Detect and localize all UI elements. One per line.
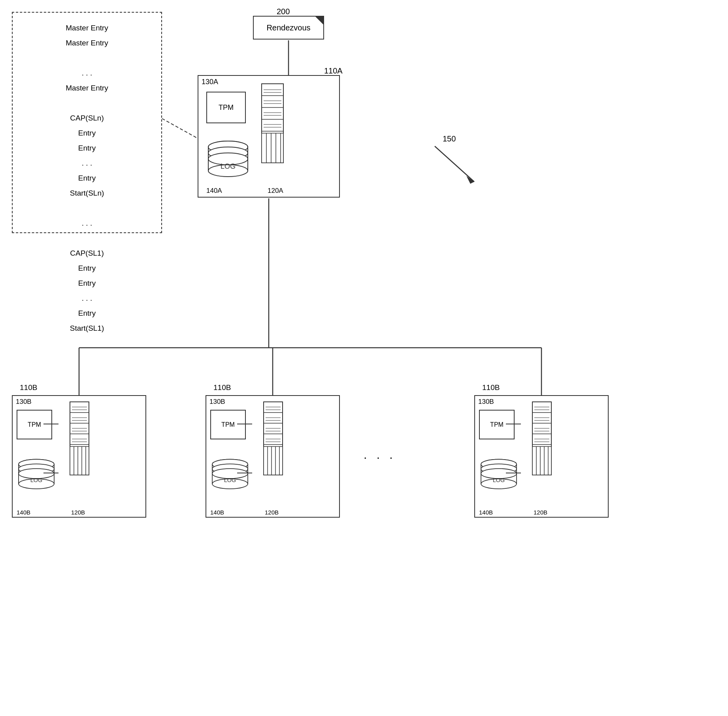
svg-marker-16 (466, 176, 474, 184)
svg-rect-30 (262, 133, 283, 163)
label-110A: 110A (324, 66, 343, 75)
me-line-7: CAP(SLn) (21, 111, 153, 126)
svg-line-15 (435, 146, 474, 182)
tpm-B3-label: TPM (490, 421, 504, 428)
me-line-19: . . . (21, 291, 153, 306)
label-140B-2: 140B (210, 509, 224, 516)
label-130A-inner: 130A (202, 78, 218, 86)
me-line-11: Entry (21, 171, 153, 186)
tpm-B1-label: TPM (28, 421, 41, 428)
rendezvous-label: Rendezvous (266, 23, 310, 32)
label-130B-1: 130B (16, 398, 32, 406)
me-line-20: Entry (21, 306, 153, 321)
server-icon-B3 (530, 400, 554, 480)
tpm-box-A: TPM (206, 92, 246, 123)
dots-between: · · · (364, 450, 396, 464)
me-line-1: Master Entry (21, 21, 153, 36)
label-140B-3: 140B (479, 509, 493, 516)
me-line-14: . . . (21, 216, 153, 231)
rendezvous-box: Rendezvous (253, 16, 324, 40)
svg-text:LOG: LOG (30, 477, 42, 483)
me-line-21: Start(SL1) (21, 321, 153, 336)
svg-text:LOG: LOG (221, 162, 236, 170)
diagram-container: Master Entry Master Entry . . . Master E… (0, 0, 728, 716)
me-line-16: CAP(SL1) (21, 246, 153, 261)
log-cylinder-B3: LOG (479, 457, 519, 494)
server-icon-B2 (262, 400, 285, 480)
me-line-2: Master Entry (21, 36, 153, 51)
node-box-110B-3: 130B TPM (474, 395, 609, 518)
svg-rect-57 (70, 447, 89, 475)
me-line-5: Master Entry (21, 81, 153, 96)
label-110B-2: 110B (213, 383, 231, 392)
svg-text:LOG: LOG (493, 477, 505, 483)
me-line-10: . . . (21, 156, 153, 171)
me-line-15 (21, 231, 153, 246)
log-cylinder-A: LOG (206, 139, 250, 180)
me-line-17: Entry (21, 261, 153, 276)
master-entry-box: Master Entry Master Entry . . . Master E… (12, 12, 162, 233)
svg-rect-84 (264, 447, 283, 475)
label-120B-2: 120B (265, 509, 279, 516)
tpm-A-label: TPM (219, 104, 234, 112)
tpm-B2-label: TPM (221, 421, 235, 428)
label-140A: 140A (206, 187, 222, 195)
me-line-8: Entry (21, 126, 153, 141)
label-120B-1: 120B (71, 509, 85, 516)
server-icon-A (260, 82, 287, 170)
me-line-9: Entry (21, 141, 153, 156)
tpm-box-B2: TPM (210, 410, 246, 439)
svg-rect-111 (532, 447, 551, 475)
server-icon-B1 (68, 400, 92, 480)
node-box-110A: 130A TPM (198, 75, 340, 198)
svg-line-1 (162, 119, 198, 138)
label-150: 150 (443, 134, 456, 143)
label-120A: 120A (268, 187, 283, 195)
label-140B-1: 140B (17, 509, 30, 516)
me-line-4: . . . (21, 66, 153, 81)
me-line-6 (21, 96, 153, 111)
me-line-13 (21, 201, 153, 216)
me-line-12: Start(SLn) (21, 186, 153, 201)
log-cylinder-B1: LOG (17, 457, 56, 494)
log-cylinder-B2: LOG (210, 457, 250, 494)
label-120B-3: 120B (534, 509, 547, 516)
svg-text:LOG: LOG (224, 477, 236, 483)
node-box-110B-2: 130B TPM (206, 395, 340, 518)
label-110B-3: 110B (482, 383, 500, 392)
label-110B-1: 110B (20, 383, 37, 392)
tpm-box-B1: TPM (17, 410, 52, 439)
me-line-3 (21, 51, 153, 66)
label-130B-2: 130B (209, 398, 225, 406)
label-200: 200 (277, 7, 290, 16)
node-box-110B-1: 130B TPM (12, 395, 146, 518)
label-130B-3: 130B (478, 398, 494, 406)
tpm-box-B3: TPM (479, 410, 515, 439)
me-line-18: Entry (21, 276, 153, 291)
